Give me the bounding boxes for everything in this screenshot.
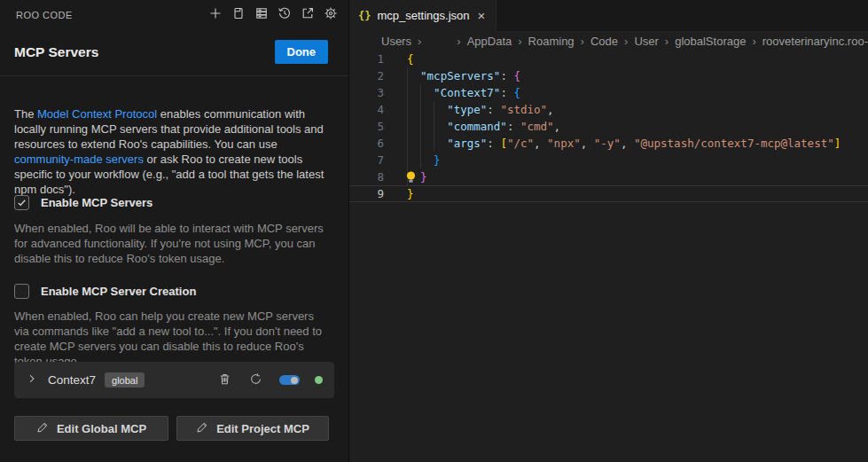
header-divider	[0, 75, 348, 76]
close-tab-button[interactable]: ×	[476, 8, 488, 23]
line-number: 8	[349, 168, 384, 185]
done-button[interactable]: Done	[275, 40, 329, 64]
breadcrumb-separator-icon: ›	[624, 35, 628, 48]
edit-global-mcp-label: Edit Global MCP	[57, 422, 146, 435]
delete-server-button[interactable]	[217, 372, 232, 388]
server-card-context7[interactable]: Context7 global	[14, 362, 334, 398]
open-in-editor-button[interactable]	[299, 6, 316, 23]
code-editor[interactable]: 1{2 "mcpServers": {3 "Context7": {4 "typ…	[349, 51, 868, 462]
tab-mcp-settings-json[interactable]: {} mcp_settings.json ×	[349, 0, 497, 31]
notepad-icon	[231, 6, 246, 23]
breadcrumb-separator-icon: ›	[518, 35, 521, 48]
code-line[interactable]: 9}	[349, 185, 868, 202]
history-icon	[278, 6, 292, 23]
open-in-editor-icon	[301, 6, 315, 23]
line-number: 6	[349, 135, 384, 152]
enable-mcp-servers-label: Enable MCP Servers	[41, 196, 152, 209]
panel-header-title: ROO CODE	[16, 10, 73, 20]
pencil-icon	[196, 421, 208, 436]
pencil-icon	[36, 421, 49, 436]
breadcrumb-item[interactable]: rooveterinaryinc.roo-cli	[762, 35, 868, 48]
enable-mcp-servers-checkbox[interactable]	[14, 195, 29, 210]
enable-mcp-server-creation-checkbox[interactable]	[14, 284, 29, 299]
line-number: 7	[349, 152, 384, 168]
lightbulb-icon[interactable]	[404, 170, 418, 184]
mcp-server-icon	[254, 6, 269, 23]
expand-server-button[interactable]	[26, 374, 38, 387]
enable-mcp-server-creation-description: When enabled, Roo can help you create ne…	[14, 309, 331, 369]
server-name: Context7	[48, 373, 96, 387]
toggle-knob	[291, 377, 298, 384]
breadcrumb-item[interactable]: Users	[381, 35, 411, 48]
chevron-right-icon	[27, 373, 37, 387]
line-number: 1	[349, 51, 384, 67]
json-file-icon: {}	[358, 10, 371, 22]
edit-project-mcp-label: Edit Project MCP	[216, 422, 309, 435]
edit-project-mcp-button[interactable]: Edit Project MCP	[176, 416, 329, 441]
code-line[interactable]: 1{	[349, 51, 868, 67]
code-lines: 1{2 "mcpServers": {3 "Context7": {4 "typ…	[349, 51, 868, 202]
breadcrumb: Users››AppData›Roaming›Code›User›globalS…	[349, 31, 868, 51]
line-number: 3	[349, 84, 384, 101]
trash-icon	[218, 372, 231, 388]
enable-mcp-server-creation-label: Enable MCP Server Creation	[41, 285, 196, 298]
line-number: 5	[349, 118, 384, 135]
checkmark-icon	[17, 195, 27, 211]
enable-mcp-servers-description: When enabled, Roo will be able to intera…	[14, 221, 331, 266]
code-line[interactable]: 4 "type": "stdio",	[349, 101, 868, 118]
description-link[interactable]: community-made servers	[14, 153, 144, 166]
breadcrumb-separator-icon: ›	[752, 35, 755, 48]
page-title: MCP Servers	[14, 44, 98, 60]
breadcrumb-separator-icon: ›	[581, 35, 584, 48]
tab-label: mcp_settings.json	[377, 9, 469, 22]
breadcrumb-item[interactable]: globalStorage	[675, 35, 746, 48]
edit-global-mcp-button[interactable]: Edit Global MCP	[14, 416, 168, 441]
code-line[interactable]: 5 "command": "cmd",	[349, 118, 868, 135]
history-button[interactable]	[276, 6, 293, 23]
description-text: The	[14, 107, 37, 121]
breadcrumb-separator-icon: ›	[457, 35, 460, 48]
code-line[interactable]: 6 "args": ["/c", "npx", "-y", "@upstash/…	[349, 135, 868, 152]
line-number: 9	[349, 185, 384, 202]
line-number: 2	[349, 67, 384, 84]
refresh-icon	[249, 372, 262, 388]
settings-gear-icon	[324, 6, 338, 23]
server-status-dot	[315, 376, 323, 384]
breadcrumb-separator-icon: ›	[665, 35, 669, 48]
roo-code-panel: ROO CODE MCP Servers Done The Model Cont…	[0, 0, 348, 462]
mcp-servers-button[interactable]	[253, 6, 270, 23]
scope-badge: global	[105, 372, 145, 388]
code-line[interactable]: 8 }	[349, 168, 868, 185]
code-line[interactable]: 2 "mcpServers": {	[349, 67, 868, 84]
editor-pane: {} mcp_settings.json × Users››AppData›Ro…	[348, 0, 868, 462]
description-link[interactable]: Model Context Protocol	[37, 107, 157, 121]
new-task-button[interactable]	[207, 6, 223, 23]
breadcrumb-separator-icon: ›	[418, 35, 421, 48]
code-line[interactable]: 3 "Context7": {	[349, 84, 868, 101]
restart-server-button[interactable]	[248, 372, 263, 388]
breadcrumb-item[interactable]: User	[634, 35, 658, 48]
server-enabled-toggle[interactable]	[279, 375, 300, 385]
code-line[interactable]: 7 }	[349, 152, 868, 168]
line-number: 4	[349, 101, 384, 118]
settings-button[interactable]	[322, 6, 339, 23]
breadcrumb-item[interactable]: Code	[590, 35, 618, 48]
plus-icon	[208, 6, 223, 23]
mcp-description: The Model Context Protocol enables commu…	[14, 106, 331, 197]
breadcrumb-item[interactable]: Roaming	[528, 35, 575, 48]
breadcrumb-item[interactable]: AppData	[467, 35, 512, 48]
panel-toolbar	[207, 6, 339, 23]
prompts-button[interactable]	[230, 6, 246, 23]
editor-tab-bar: {} mcp_settings.json ×	[349, 0, 868, 31]
